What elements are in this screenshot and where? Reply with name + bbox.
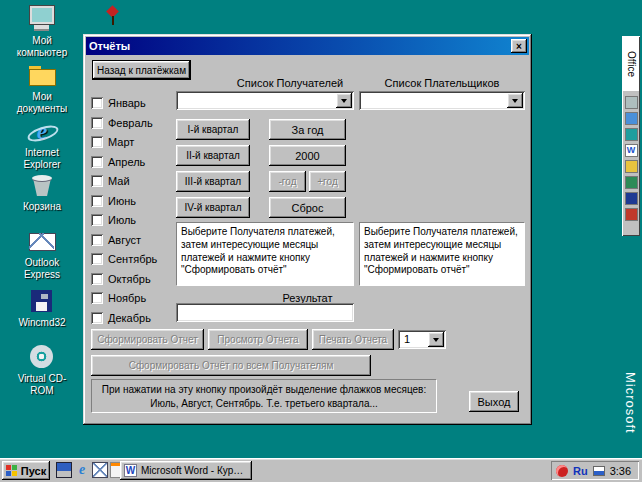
windows-logo-icon xyxy=(6,465,18,477)
checkbox-january[interactable] xyxy=(91,97,103,109)
full-year-button[interactable]: За год xyxy=(269,119,346,140)
window-titlebar[interactable]: Отчёты × xyxy=(86,37,529,55)
payers-combobox[interactable] xyxy=(359,91,525,110)
month-label: Август xyxy=(108,234,141,246)
tray-app-icon[interactable] xyxy=(556,465,568,477)
year-minus-button[interactable]: -год xyxy=(269,171,306,192)
desktop-icon-label: Outlook Express xyxy=(24,257,60,280)
checkbox-august[interactable] xyxy=(91,234,103,246)
desktop-icon-wincmd32[interactable]: Wincmd32 xyxy=(6,288,78,329)
recycle-bin-icon xyxy=(27,172,57,198)
desktop-icon-label: Wincmd32 xyxy=(18,317,65,328)
checkbox-july[interactable] xyxy=(91,214,103,226)
copies-combobox[interactable]: 1 xyxy=(398,330,446,349)
tray-flag-icon[interactable] xyxy=(593,466,605,476)
month-label: Май xyxy=(108,175,130,187)
chevron-down-icon xyxy=(433,338,439,342)
internet-explorer-icon: e xyxy=(27,118,57,144)
recipients-combo-arrow-button[interactable] xyxy=(336,93,352,108)
desktop-icon-my-computer[interactable]: Мой компьютер xyxy=(6,6,78,58)
clock: 3:36 xyxy=(610,465,631,477)
desktop-icon-my-documents[interactable]: Мои документы xyxy=(6,62,78,114)
quarter-2-button[interactable]: II-й квартал xyxy=(176,145,250,166)
copies-combo-arrow-button[interactable] xyxy=(428,332,444,347)
desktop-icon-label: Virtual CD-ROM xyxy=(18,373,67,396)
year-plus-button[interactable]: +год xyxy=(309,171,346,192)
checkbox-december[interactable] xyxy=(91,312,103,324)
form-report-button[interactable]: Сформировать Отчет xyxy=(91,329,204,350)
floppy-icon xyxy=(27,288,57,314)
language-indicator[interactable]: Ru xyxy=(573,465,588,477)
checkbox-september[interactable] xyxy=(91,253,103,265)
display-settings-icon[interactable] xyxy=(56,462,72,478)
desktop-icon-label: Корзина xyxy=(23,201,61,212)
desktop-icon-label: Internet Explorer xyxy=(23,147,60,170)
back-to-payments-button[interactable]: Назад к платёжкам xyxy=(92,60,191,80)
office-new-document-icon[interactable] xyxy=(625,96,638,109)
outlook-quicklaunch-icon[interactable] xyxy=(92,462,108,478)
month-label: Февраль xyxy=(108,117,153,129)
quarter-4-button[interactable]: IV-й квартал xyxy=(176,197,250,218)
office-mail-icon[interactable] xyxy=(625,128,638,141)
close-icon: × xyxy=(516,41,522,52)
my-computer-icon xyxy=(27,6,57,32)
office-word-icon[interactable]: W xyxy=(625,144,638,157)
checkbox-february[interactable] xyxy=(91,117,103,129)
payers-info-text: Выберите Получателя платежей, затем инте… xyxy=(359,222,525,286)
outlook-express-icon xyxy=(27,228,57,254)
word-icon: W xyxy=(124,464,137,477)
payers-list-label: Список Плательщиков xyxy=(359,77,525,89)
month-row: Февраль xyxy=(91,116,153,129)
recipients-list-label: Список Получателей xyxy=(201,77,379,89)
recipients-combobox[interactable] xyxy=(176,91,354,110)
desktop-icon-outlook-express[interactable]: Outlook Express xyxy=(6,228,78,280)
task-label: Microsoft Word - Курсова... xyxy=(141,465,248,476)
chevron-down-icon xyxy=(512,99,518,103)
print-report-button[interactable]: Печать Отчета xyxy=(312,329,394,350)
month-label: Сентябрь xyxy=(108,253,157,265)
checkbox-april[interactable] xyxy=(91,156,103,168)
result-input[interactable] xyxy=(176,303,354,322)
checkbox-october[interactable] xyxy=(91,273,103,285)
checkbox-june[interactable] xyxy=(91,195,103,207)
chevron-down-icon xyxy=(341,99,347,103)
payers-combo-arrow-button[interactable] xyxy=(507,93,523,108)
exit-button[interactable]: Выход xyxy=(469,391,519,412)
ie-glyph: e xyxy=(79,462,85,477)
month-label: Январь xyxy=(108,97,146,109)
month-row: Январь xyxy=(91,96,146,109)
month-label: Июнь xyxy=(108,195,136,207)
desktop-shortcut[interactable] xyxy=(98,6,128,29)
office-bar-title[interactable]: Office xyxy=(623,37,639,91)
office-schedule-icon[interactable] xyxy=(625,176,638,189)
month-row: Апрель xyxy=(91,155,145,168)
month-label: Июль xyxy=(108,214,136,226)
reset-button[interactable]: Сброс xyxy=(269,197,346,218)
office-bar-title-label: Office xyxy=(626,51,637,77)
taskbar: Пуск e W Microsoft Word - Курсова... Ru … xyxy=(0,458,642,482)
hint-text: При нажатии на эту кнопку произойдёт выд… xyxy=(91,379,437,413)
start-label: Пуск xyxy=(21,465,46,477)
checkbox-march[interactable] xyxy=(91,136,103,148)
office-open-document-icon[interactable] xyxy=(625,112,638,125)
month-row: Август xyxy=(91,233,141,246)
quarter-1-button[interactable]: I-й квартал xyxy=(176,119,250,140)
internet-explorer-quicklaunch-icon[interactable]: e xyxy=(74,462,90,478)
month-row: Июнь xyxy=(91,194,136,207)
checkbox-may[interactable] xyxy=(91,175,103,187)
form-all-reports-button[interactable]: Сформировать Отчёт по всем Получателям xyxy=(91,355,371,376)
word-task-button[interactable]: W Microsoft Word - Курсова... xyxy=(120,461,252,480)
close-button[interactable]: × xyxy=(511,39,527,53)
start-button[interactable]: Пуск xyxy=(2,461,50,480)
desktop-icon-internet-explorer[interactable]: e Internet Explorer xyxy=(6,118,78,170)
office-bookshelf-icon[interactable] xyxy=(625,208,638,221)
desktop-icon-virtual-cdrom[interactable]: Virtual CD-ROM xyxy=(6,344,78,396)
view-report-button[interactable]: Просмотр Отчета xyxy=(208,329,308,350)
quarter-3-button[interactable]: III-й квартал xyxy=(176,171,250,192)
office-key-icon[interactable] xyxy=(625,160,638,173)
desktop-shortcut-icon xyxy=(105,6,121,26)
word-glyph: W xyxy=(126,465,135,476)
system-tray: Ru 3:36 xyxy=(551,461,639,480)
office-access-icon[interactable] xyxy=(625,192,638,205)
desktop-icon-recycle-bin[interactable]: Корзина xyxy=(6,172,78,213)
